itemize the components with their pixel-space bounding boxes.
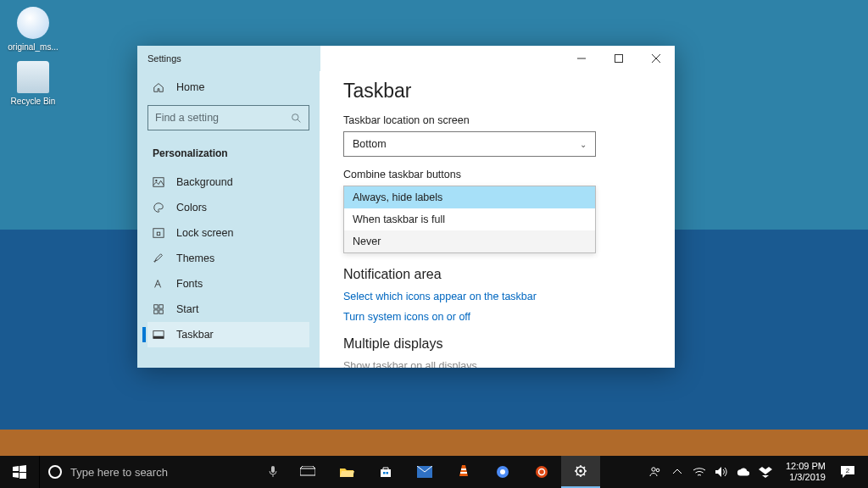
chrome-icon: [496, 465, 509, 479]
minimize-button[interactable]: [563, 46, 600, 71]
svg-point-21: [536, 466, 548, 478]
content-pane: Taskbar Taskbar location on screen Botto…: [320, 71, 675, 368]
taskbar-app-chrome[interactable]: [483, 456, 522, 488]
sidebar-item-label: Background: [176, 176, 233, 188]
action-center-button[interactable]: 2: [834, 465, 861, 479]
svg-rect-6: [154, 305, 158, 308]
link-select-icons[interactable]: Select which icons appear on the taskbar: [343, 291, 651, 302]
notification-icon: 2: [840, 465, 855, 479]
clock-time: 12:09 PM: [786, 461, 826, 472]
svg-rect-5: [157, 232, 160, 236]
store-icon: [379, 465, 392, 479]
svg-rect-15: [387, 472, 389, 474]
taskbar-app-mail[interactable]: [405, 456, 444, 488]
home-icon: [153, 81, 164, 93]
combine-option-whenfull[interactable]: When taskbar is full: [344, 208, 595, 230]
close-button[interactable]: [637, 46, 675, 71]
sidebar-item-fonts[interactable]: Fonts: [147, 271, 309, 297]
taskbar-app-explorer[interactable]: [327, 456, 366, 488]
combine-label: Combine taskbar buttons: [343, 169, 651, 180]
taskbar-icon: [153, 329, 164, 341]
lock-icon: [153, 227, 164, 239]
taskbar-app-store[interactable]: [366, 456, 405, 488]
mail-icon: [417, 466, 432, 478]
svg-point-20: [500, 469, 505, 474]
taskbar: Type here to search: [0, 456, 868, 488]
sidebar-home-label: Home: [176, 81, 204, 93]
tray-onedrive[interactable]: [737, 465, 750, 479]
close-icon: [652, 54, 660, 63]
sidebar-item-label: Colors: [176, 202, 207, 214]
sidebar-item-label: Themes: [176, 252, 214, 264]
svg-rect-11: [153, 336, 164, 339]
recycle-bin-icon: [17, 61, 49, 93]
svg-rect-12: [271, 466, 275, 473]
sidebar-category: Personalization: [147, 139, 309, 169]
page-title: Taskbar: [343, 80, 651, 103]
start-button[interactable]: [0, 456, 39, 488]
desktop-icon-label: Recycle Bin: [3, 97, 63, 106]
picture-icon: [153, 176, 164, 188]
taskbar-app-settings[interactable]: [561, 456, 600, 488]
sidebar-item-start[interactable]: Start: [147, 297, 309, 322]
sidebar: Home Personalization Background Colors: [137, 71, 320, 368]
system-tray: 12:09 PM 1/3/2019 2: [642, 456, 868, 488]
task-view-button[interactable]: [288, 456, 327, 488]
sidebar-item-label: Start: [176, 303, 198, 315]
svg-rect-9: [159, 310, 163, 313]
tray-volume[interactable]: [715, 465, 728, 479]
taskbar-search[interactable]: Type here to search: [39, 456, 258, 488]
sidebar-item-lockscreen[interactable]: Lock screen: [147, 220, 309, 246]
palette-icon: [153, 202, 164, 214]
gear-icon: [574, 464, 587, 478]
location-select[interactable]: Bottom ⌄: [343, 131, 596, 157]
desktop-icon-mail[interactable]: original_ms...: [3, 7, 63, 52]
windows-icon: [13, 465, 26, 479]
mail-icon: [17, 7, 49, 39]
svg-rect-13: [300, 469, 315, 475]
combine-dropdown[interactable]: Always, hide labels When taskbar is full…: [343, 186, 596, 253]
svg-rect-18: [460, 472, 467, 474]
search-icon: [291, 113, 302, 124]
tray-clock[interactable]: 12:09 PM 1/3/2019: [786, 461, 826, 482]
titlebar[interactable]: Settings: [137, 46, 675, 71]
vlc-icon: [458, 465, 470, 479]
sidebar-item-label: Fonts: [176, 278, 203, 290]
tray-dropbox[interactable]: [759, 465, 772, 479]
settings-window: Settings Home: [137, 46, 675, 368]
sidebar-item-background[interactable]: Background: [147, 169, 309, 195]
desktop-icon-recycle-bin[interactable]: Recycle Bin: [3, 61, 63, 106]
svg-rect-0: [615, 55, 623, 63]
link-system-icons[interactable]: Turn system icons on or off: [343, 311, 651, 323]
taskbar-app-vlc[interactable]: [444, 456, 483, 488]
sidebar-item-themes[interactable]: Themes: [147, 246, 309, 271]
svg-point-3: [155, 180, 157, 181]
cortana-mic[interactable]: [258, 456, 288, 488]
svg-rect-8: [154, 310, 158, 313]
multiple-displays-heading: Multiple displays: [343, 336, 651, 352]
svg-rect-14: [383, 472, 386, 474]
search-input[interactable]: [155, 112, 291, 124]
taskbar-app-ubuntu[interactable]: [522, 456, 561, 488]
ubuntu-icon: [535, 465, 548, 479]
multi-toggle-label: Show taskbar on all displays: [343, 360, 651, 368]
mic-icon: [268, 465, 278, 479]
desktop: original_ms... Recycle Bin Settings: [0, 0, 868, 488]
cortana-icon: [48, 465, 62, 479]
svg-rect-4: [153, 229, 164, 238]
location-select-value: Bottom: [353, 138, 387, 150]
search-box[interactable]: [147, 105, 309, 130]
combine-option-never[interactable]: Never: [344, 230, 595, 252]
combine-option-always[interactable]: Always, hide labels: [344, 186, 595, 208]
window-title: Settings: [147, 53, 181, 64]
chevron-down-icon: ⌄: [580, 140, 587, 149]
tray-overflow[interactable]: [670, 465, 684, 479]
tray-people[interactable]: [648, 465, 662, 479]
sidebar-item-colors[interactable]: Colors: [147, 195, 309, 220]
grid-icon: [153, 303, 164, 315]
sidebar-item-taskbar[interactable]: Taskbar: [147, 322, 309, 347]
svg-point-24: [579, 469, 582, 473]
tray-network[interactable]: [693, 465, 706, 479]
sidebar-home[interactable]: Home: [147, 75, 309, 100]
maximize-button[interactable]: [600, 46, 637, 71]
